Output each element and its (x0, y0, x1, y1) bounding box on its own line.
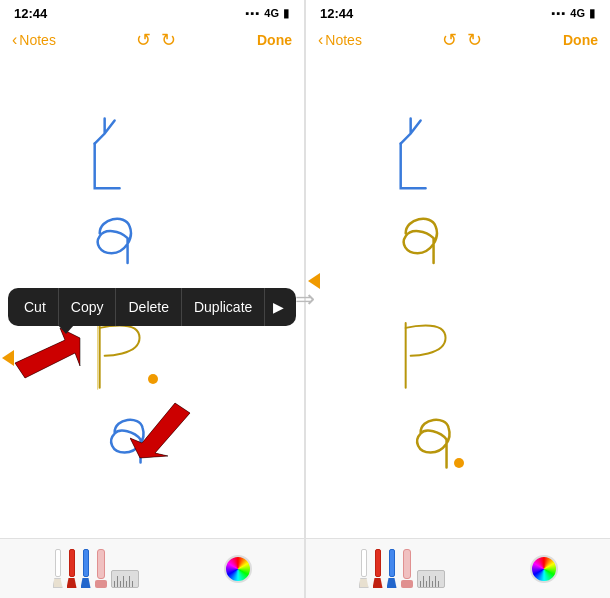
more-button[interactable]: ▶ (264, 288, 292, 326)
status-icons-right: ▪▪▪ 4G ▮ (552, 6, 596, 20)
marker-white[interactable] (53, 549, 63, 588)
network-label-right: 4G (570, 7, 585, 19)
selection-dot-right (454, 458, 464, 468)
redo-icon-left[interactable]: ↻ (161, 29, 176, 51)
marker-group-right (359, 549, 445, 588)
done-button-right[interactable]: Done (563, 32, 598, 48)
svg-marker-1 (15, 328, 80, 378)
transition-arrow: ⇒ (295, 279, 315, 319)
red-arrow-1 (10, 328, 90, 388)
canvas-left[interactable]: Cut Copy Delete Duplicate ▶ (0, 58, 304, 538)
marker-blue[interactable] (81, 549, 91, 588)
nav-bar-right: ‹ Notes ↺ ↻ Done (306, 22, 610, 58)
marker-red[interactable] (67, 549, 77, 588)
marker-group-left (53, 549, 139, 588)
marker-white-right[interactable] (359, 549, 369, 588)
signal-icon-left: ▪▪▪ (246, 7, 261, 19)
delete-button[interactable]: Delete (115, 288, 180, 326)
network-label-left: 4G (264, 7, 279, 19)
back-label-right: Notes (325, 32, 362, 48)
color-wheel-left[interactable] (224, 555, 252, 583)
back-button-right[interactable]: ‹ Notes (318, 31, 362, 49)
ruler-left[interactable] (111, 570, 139, 588)
marker-red-right[interactable] (373, 549, 383, 588)
time-right: 12:44 (320, 6, 353, 21)
toolbar-right (306, 538, 610, 598)
status-icons-left: ▪▪▪ 4G ▮ (246, 6, 290, 20)
status-bar-left: 12:44 ▪▪▪ 4G ▮ (0, 0, 304, 22)
red-arrow-2 (130, 398, 210, 468)
battery-icon-left: ▮ (283, 6, 290, 20)
right-phone-panel: 12:44 ▪▪▪ 4G ▮ ‹ Notes ↺ ↻ Done (305, 0, 610, 598)
selection-dot-left (148, 374, 158, 384)
undo-icon-right[interactable]: ↺ (442, 29, 457, 51)
chevron-left-icon-right: ‹ (318, 31, 323, 49)
nav-center-left: ↺ ↻ (136, 29, 176, 51)
ruler-right[interactable] (417, 570, 445, 588)
undo-icon-left[interactable]: ↺ (136, 29, 151, 51)
time-left: 12:44 (14, 6, 47, 21)
nav-center-right: ↺ ↻ (442, 29, 482, 51)
nav-bar-left: ‹ Notes ↺ ↻ Done (0, 22, 304, 58)
redo-icon-right[interactable]: ↻ (467, 29, 482, 51)
marker-blue-right[interactable] (387, 549, 397, 588)
svg-marker-3 (130, 403, 190, 458)
cut-button[interactable]: Cut (12, 288, 58, 326)
canvas-right[interactable] (306, 58, 610, 538)
back-button-left[interactable]: ‹ Notes (12, 31, 56, 49)
left-phone-panel: 12:44 ▪▪▪ 4G ▮ ‹ Notes ↺ ↻ Done (0, 0, 305, 598)
eraser-right[interactable] (401, 549, 413, 588)
toolbar-left (0, 538, 304, 598)
context-menu: Cut Copy Delete Duplicate ▶ (8, 288, 296, 326)
status-bar-right: 12:44 ▪▪▪ 4G ▮ (306, 0, 610, 22)
battery-icon-right: ▮ (589, 6, 596, 20)
duplicate-button[interactable]: Duplicate (181, 288, 264, 326)
chevron-left-icon: ‹ (12, 31, 17, 49)
back-label-left: Notes (19, 32, 56, 48)
copy-button[interactable]: Copy (58, 288, 116, 326)
done-button-left[interactable]: Done (257, 32, 292, 48)
eraser[interactable] (95, 549, 107, 588)
color-wheel-right[interactable] (530, 555, 558, 583)
signal-icon-right: ▪▪▪ (552, 7, 567, 19)
